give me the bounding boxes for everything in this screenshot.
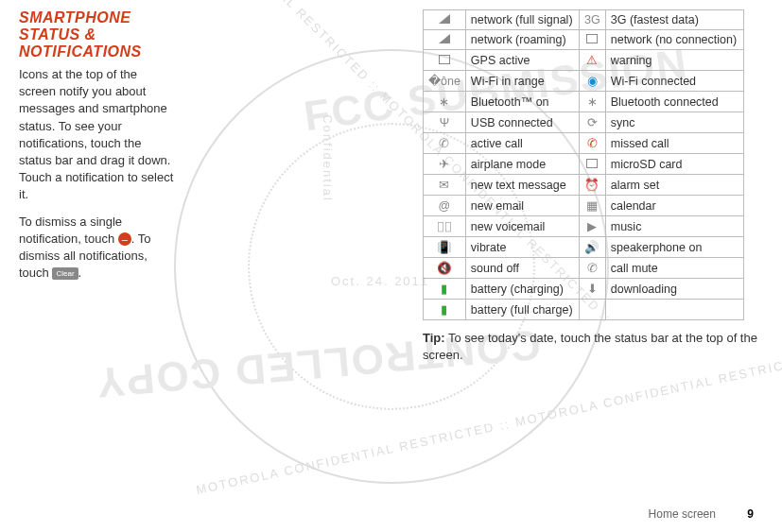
status-label: calendar <box>605 196 743 216</box>
sound-off-icon: 🔇 <box>424 258 466 279</box>
email-icon: @ <box>424 196 466 216</box>
tip-label: Tip: <box>423 331 445 345</box>
table-row: 🔇sound off✆call mute <box>424 258 744 279</box>
status-label: new text message <box>465 175 579 196</box>
signal-icon <box>424 10 466 30</box>
table-row: ✉new text message⏰alarm set <box>424 175 744 196</box>
table-row: network (roaming)network (no connection) <box>424 30 744 50</box>
sync-icon: ⟳ <box>580 112 606 133</box>
status-label: Bluetooth™ on <box>465 92 579 112</box>
message-icon: ✉ <box>424 175 466 196</box>
section-title: SMARTPHONE STATUS & NOTIFICATIONS <box>19 9 177 60</box>
status-label: warning <box>605 50 743 71</box>
table-row: @new email▦calendar <box>424 196 744 216</box>
dismiss-notification-icon: – <box>118 232 131 246</box>
usb-icon: Ψ <box>424 112 466 133</box>
tip-paragraph: Tip: To see today's date, touch the stat… <box>423 330 763 364</box>
dismiss-text-c: . <box>78 266 82 280</box>
status-label: battery (charging) <box>465 279 579 300</box>
status-label: sound off <box>465 258 579 279</box>
vibrate-icon: 📳 <box>424 237 466 258</box>
intro-paragraph: Icons at the top of the screen notify yo… <box>19 66 177 204</box>
table-row: network (full signal)3G3G (fastest data) <box>424 10 744 30</box>
tip-text: To see today's date, touch the status ba… <box>423 331 757 362</box>
footer-section-name: Home screen <box>649 507 716 521</box>
mute-icon: ✆ <box>580 258 606 279</box>
status-label: microSD card <box>605 154 743 175</box>
missed-call-icon: ✆ <box>580 133 606 154</box>
status-label: new voicemail <box>465 216 579 237</box>
status-label: downloading <box>605 279 743 300</box>
music-icon: ▶ <box>580 216 606 237</box>
status-label: new email <box>465 196 579 216</box>
status-icons-table: network (full signal)3G3G (fastest data)… <box>423 9 744 320</box>
status-label: network (no connection) <box>605 30 743 50</box>
roaming-icon <box>424 30 466 50</box>
page-footer: Home screen 9 <box>649 507 754 521</box>
table-row: ▮battery (full charge) <box>424 300 744 320</box>
table-row: ✈airplane modemicroSD card <box>424 154 744 175</box>
status-label: Wi-Fi connected <box>605 71 743 92</box>
battery-charging-icon: ▮ <box>424 279 466 300</box>
gps-icon <box>424 50 466 71</box>
status-label: sync <box>605 112 743 133</box>
wifi-connected-icon: ◉ <box>580 71 606 92</box>
clear-button-icon: Clear <box>52 267 78 280</box>
status-label: Wi-Fi in range <box>465 71 579 92</box>
table-row: ΨUSB connected⟳sync <box>424 112 744 133</box>
dismiss-paragraph: To dismiss a single notification, touch … <box>19 214 177 283</box>
battery-full-icon: ▮ <box>424 300 466 320</box>
table-row: ✆active call✆missed call <box>424 133 744 154</box>
status-label: speakerphone on <box>605 237 743 258</box>
download-icon: ⬇ <box>580 279 606 300</box>
status-label: missed call <box>605 133 743 154</box>
bluetooth-icon: ∗ <box>424 92 466 112</box>
calendar-icon: ▦ <box>580 196 606 216</box>
status-label: 3G (fastest data) <box>605 10 743 30</box>
voicemail-icon: ⌷⌷ <box>424 216 466 237</box>
status-label: vibrate <box>465 237 579 258</box>
warning-icon: ⚠ <box>580 50 606 71</box>
status-label: battery (full charge) <box>465 300 579 320</box>
status-label: GPS active <box>465 50 579 71</box>
status-label: network (roaming) <box>465 30 579 50</box>
wifi-range-icon: �ône <box>424 71 466 92</box>
table-row: ▮battery (charging)⬇downloading <box>424 279 744 300</box>
3g-icon: 3G <box>580 10 606 30</box>
status-label: Bluetooth connected <box>605 92 743 112</box>
table-row: ⌷⌷new voicemail▶music <box>424 216 744 237</box>
status-label: airplane mode <box>465 154 579 175</box>
status-label: call mute <box>605 258 743 279</box>
alarm-icon: ⏰ <box>580 175 606 196</box>
table-row: �ôneWi-Fi in range◉Wi-Fi connected <box>424 71 744 92</box>
active-call-icon: ✆ <box>424 133 466 154</box>
status-label: network (full signal) <box>465 10 579 30</box>
status-label: alarm set <box>605 175 743 196</box>
microsd-icon <box>580 154 606 175</box>
empty-icon <box>580 300 606 320</box>
footer-page-number: 9 <box>747 507 754 521</box>
status-label: music <box>605 216 743 237</box>
table-row: 📳vibrate🔊speakerphone on <box>424 237 744 258</box>
bluetooth-connected-icon: ∗ <box>580 92 606 112</box>
dismiss-text-a: To dismiss a single notification, touch <box>19 215 122 246</box>
airplane-icon: ✈ <box>424 154 466 175</box>
speaker-icon: 🔊 <box>580 237 606 258</box>
table-row: ∗Bluetooth™ on∗Bluetooth connected <box>424 92 744 112</box>
status-label <box>605 300 743 320</box>
no-network-icon <box>580 30 606 50</box>
table-row: GPS active⚠warning <box>424 50 744 71</box>
status-label: active call <box>465 133 579 154</box>
status-label: USB connected <box>465 112 579 133</box>
